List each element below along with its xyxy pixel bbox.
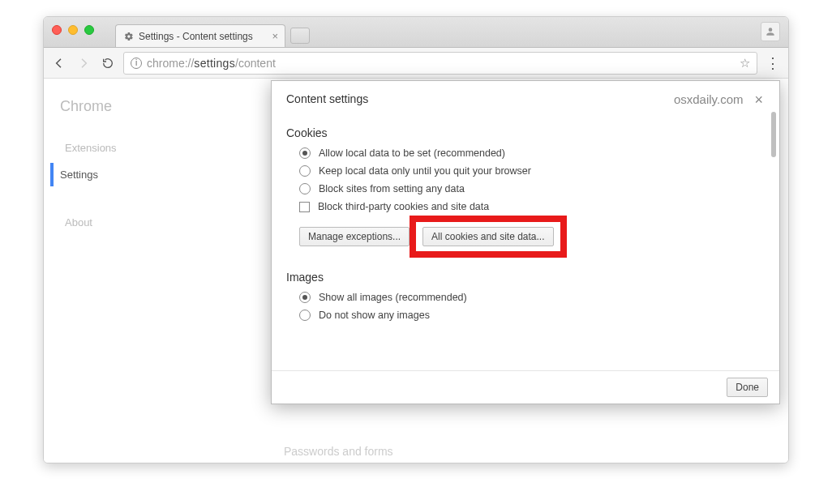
radio-label: Allow local data to be set (recommended) [319,147,505,159]
manage-exceptions-button[interactable]: Manage exceptions... [299,227,410,246]
highlight-annotation: All cookies and site data... [410,216,566,258]
minimize-window-button[interactable] [68,25,78,35]
tab-strip: Settings - Content settings × [115,17,310,47]
section-heading-cookies: Cookies [286,126,755,139]
dialog-footer: Done [272,370,779,404]
done-button[interactable]: Done [727,378,768,397]
url-text: chrome://settings/content [147,57,735,70]
section-heading-images: Images [286,271,755,284]
dialog-title: Content settings [286,92,674,105]
back-button[interactable] [50,54,68,72]
checkbox-icon [299,202,310,212]
radio-icon [299,165,311,177]
radio-cookies-block[interactable]: Block sites from setting any data [299,183,755,194]
browser-menu-button[interactable]: ⋮ [764,56,782,70]
cookies-options: Allow local data to be set (recommended)… [286,147,755,212]
toolbar: i chrome://settings/content ☆ ⋮ [44,48,788,79]
tab-close-icon[interactable]: × [265,30,278,42]
sidebar: Chrome Extensions Settings About [44,79,157,463]
address-bar[interactable]: i chrome://settings/content ☆ [123,52,757,75]
radio-label: Block sites from setting any data [319,183,465,194]
dialog-close-button[interactable]: × [751,92,766,107]
tab-settings[interactable]: Settings - Content settings × [115,24,285,47]
forward-button[interactable] [75,54,92,72]
window-controls [52,25,94,35]
background-section-peek: Passwords and forms [284,445,393,458]
watermark-text: osxdaily.com [674,92,744,106]
maximize-window-button[interactable] [84,25,94,35]
bookmark-star-icon[interactable]: ☆ [740,56,750,70]
radio-icon [299,292,311,303]
radio-icon [299,183,311,194]
cookies-button-row: Manage exceptions... All cookies and sit… [299,220,755,253]
all-cookies-site-data-button[interactable]: All cookies and site data... [422,227,553,246]
radio-cookies-allow[interactable]: Allow local data to be set (recommended) [299,147,755,159]
titlebar: Settings - Content settings × [44,17,788,48]
content-area: Chrome Extensions Settings About ttings … [44,79,788,463]
radio-icon [299,310,311,321]
tab-title: Settings - Content settings [139,31,253,42]
radio-label: Show all images (recommended) [319,292,467,303]
sidebar-item-about[interactable]: About [60,211,149,234]
sidebar-item-extensions[interactable]: Extensions [60,136,149,160]
radio-label: Do not show any images [319,310,430,321]
radio-cookies-keep-until-quit[interactable]: Keep local data only until you quit your… [299,165,755,177]
profile-button[interactable] [761,22,780,41]
main-panel: ttings Passwords and forms Content setti… [157,79,788,463]
dialog-header: Content settings osxdaily.com × [272,81,779,113]
new-tab-button[interactable] [290,28,310,44]
close-window-button[interactable] [52,25,62,35]
checkbox-label: Block third-party cookies and site data [318,201,489,212]
site-info-icon[interactable]: i [131,58,142,69]
chrome-logo-text: Chrome [60,98,149,115]
browser-window: Settings - Content settings × i chrome:/… [43,16,789,463]
radio-images-hide[interactable]: Do not show any images [299,310,755,321]
checkbox-block-third-party[interactable]: Block third-party cookies and site data [299,201,755,212]
images-options: Show all images (recommended) Do not sho… [286,292,755,321]
radio-icon [299,147,311,159]
radio-label: Keep local data only until you quit your… [319,165,531,177]
dialog-body: Cookies Allow local data to be set (reco… [272,113,779,370]
gear-icon [124,32,134,41]
content-settings-dialog: Content settings osxdaily.com × Cookies … [271,80,780,404]
reload-button[interactable] [99,54,117,72]
sidebar-item-settings[interactable]: Settings [50,163,149,186]
radio-images-show[interactable]: Show all images (recommended) [299,292,755,303]
